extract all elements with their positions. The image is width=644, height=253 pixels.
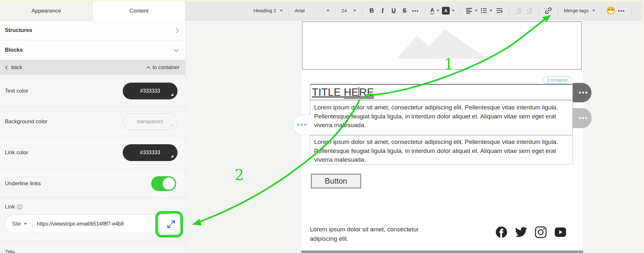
title-re: RE <box>359 86 374 99</box>
dropdown-caret-icon <box>280 10 283 12</box>
strikethrough-button[interactable]: S <box>399 5 410 16</box>
paragraph-block-2[interactable]: Lorem ipsum dolor sit amet, consectetur … <box>310 136 573 165</box>
dropdown-caret-icon <box>24 223 27 225</box>
chevron-right-icon <box>174 28 179 33</box>
font-color-icon: A <box>430 7 434 14</box>
align-dropdown[interactable] <box>464 7 479 14</box>
dropdown-caret-icon <box>489 10 493 12</box>
heading-style-dropdown[interactable]: Heading 2 <box>252 8 285 14</box>
link-color-label: Link color <box>5 149 28 156</box>
underline-links-label: Underline links <box>5 180 41 187</box>
social-icons <box>495 226 567 239</box>
underline-button[interactable]: U <box>388 5 399 16</box>
background-color-value: transparent <box>137 119 163 125</box>
line-spacing-button[interactable] <box>494 5 505 16</box>
link-row: Link Site https://viewstripo.email/b514f… <box>0 198 185 242</box>
indent-icon <box>526 7 533 14</box>
email-canvas: Container TITLE HERE Lorem ipsum dolor s… <box>301 20 583 250</box>
toggle-knob <box>163 177 175 190</box>
text-format-toolbar: Heading 2 Arial 24 B I U S ••• A A <box>186 1 643 20</box>
color-corner-icon <box>170 124 173 126</box>
text-color-label: Text color <box>5 88 28 94</box>
highlight-color-button[interactable]: A <box>441 7 456 15</box>
to-container-button[interactable]: to container <box>147 65 179 70</box>
outdent-icon <box>515 7 522 14</box>
font-size-value: 24 <box>341 8 347 14</box>
indent-button[interactable] <box>524 5 535 16</box>
youtube-icon[interactable] <box>554 226 567 239</box>
tab-content[interactable]: Content <box>93 1 185 21</box>
dropdown-caret-icon <box>326 10 330 12</box>
font-family-dropdown[interactable]: Arial <box>293 8 332 14</box>
breadcrumb-bar: back to container <box>0 60 185 75</box>
footer-block: Lorem ipsum dolor sit amet, consectetur … <box>301 220 583 246</box>
text-color-value: #333333 <box>140 88 160 94</box>
footer-text[interactable]: Lorem ipsum dolor sit amet, consectetur … <box>310 225 429 243</box>
font-color-button[interactable]: A <box>429 7 441 14</box>
link-color-row: Link color #333333 <box>0 136 185 169</box>
tab-appearance[interactable]: Appearance <box>0 1 93 21</box>
background-color-row: Background color transparent <box>0 107 185 136</box>
link-input-group: Site https://viewstripo.email/b514f8f7-e… <box>5 215 180 233</box>
link-url-input[interactable]: https://viewstripo.email/b514f8f7-e4b8 <box>37 221 180 227</box>
merge-tags-dropdown[interactable]: Merge tags <box>562 8 597 14</box>
toolbar-more-button[interactable]: ••• <box>616 5 627 16</box>
text-color-picker[interactable]: #333333 <box>123 83 178 99</box>
color-corner-icon <box>171 93 173 96</box>
image-placeholder-block[interactable] <box>302 21 582 70</box>
outdent-button[interactable] <box>513 5 524 16</box>
line-spacing-icon <box>496 7 503 14</box>
list-dropdown[interactable] <box>479 7 494 14</box>
container-options-handle[interactable] <box>293 115 310 135</box>
font-family-value: Arial <box>295 8 305 14</box>
text-color-row: Text color #333333 <box>0 75 185 107</box>
facebook-icon[interactable] <box>495 226 508 239</box>
settings-sidebar: Appearance Content Structures Blocks bac… <box>0 1 186 253</box>
sidebar-item-structures[interactable]: Structures <box>0 21 185 40</box>
chevron-down-icon <box>174 47 179 52</box>
email-button-block[interactable]: Button <box>311 174 361 188</box>
highlight-color-icon: A <box>442 7 450 15</box>
dropdown-caret-icon <box>436 10 439 12</box>
underline-links-row: Underline links <box>0 169 185 198</box>
background-color-picker[interactable]: transparent <box>123 113 178 130</box>
back-label: back <box>11 65 22 70</box>
underline-links-toggle[interactable] <box>151 176 176 191</box>
instagram-icon[interactable] <box>534 226 547 239</box>
back-button[interactable]: back <box>6 65 22 70</box>
copy-icon[interactable] <box>17 205 22 209</box>
container-badge: Container <box>543 76 572 84</box>
structures-label: Structures <box>5 27 32 34</box>
italic-button[interactable]: I <box>377 5 388 16</box>
next-structure-edge <box>301 250 583 253</box>
twitter-icon[interactable] <box>514 226 528 239</box>
link-chain-icon <box>544 6 553 15</box>
link-color-value: #333333 <box>140 150 160 156</box>
link-expand-button[interactable] <box>164 217 178 231</box>
title-he: HE <box>344 86 359 99</box>
paragraph-block-menu-handle[interactable] <box>573 108 591 128</box>
title-part1: TITLE <box>312 86 344 98</box>
heading-style-value: Heading 2 <box>254 8 276 14</box>
sidebar-tabs: Appearance Content <box>0 1 185 21</box>
dropdown-caret-icon <box>452 10 455 12</box>
align-left-icon <box>466 7 473 14</box>
sidebar-item-blocks[interactable]: Blocks <box>0 40 185 60</box>
bold-button[interactable]: B <box>366 5 377 16</box>
paragraph-block-1[interactable]: Lorem ipsum dolor sit amet, consectetur … <box>310 100 573 135</box>
link-type-value: Site <box>12 221 21 227</box>
background-color-label: Background color <box>5 118 47 125</box>
insert-link-button[interactable] <box>543 5 554 16</box>
expand-arrows-icon <box>166 219 176 229</box>
image-placeholder-icon <box>397 28 487 59</box>
more-text-styles-button[interactable]: ••• <box>410 5 421 16</box>
bullet-list-icon <box>480 7 487 14</box>
chevron-left-icon <box>5 66 9 70</box>
font-size-dropdown[interactable]: 24 <box>340 8 358 14</box>
emoji-button[interactable] <box>605 5 616 16</box>
link-type-dropdown[interactable]: Site <box>5 215 33 233</box>
title-block-menu-handle[interactable] <box>573 83 591 102</box>
emoji-icon <box>607 6 615 15</box>
title-text-block[interactable]: TITLE HERE <box>310 84 573 100</box>
link-color-picker[interactable]: #333333 <box>123 144 178 161</box>
